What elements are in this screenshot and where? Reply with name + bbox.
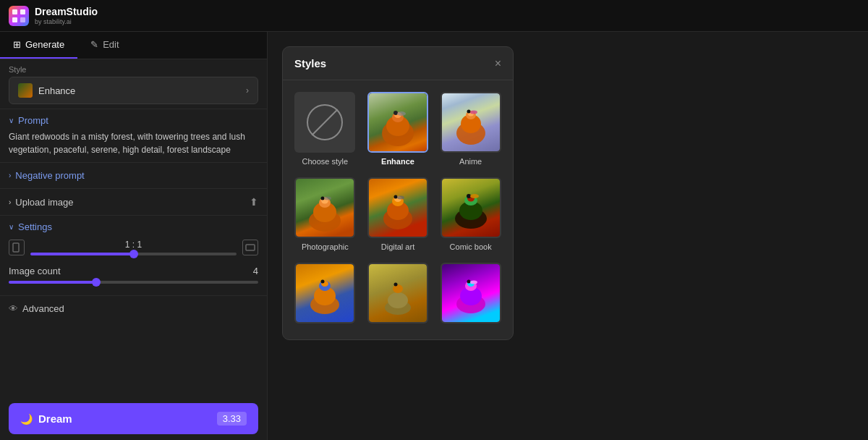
svg-point-51 <box>393 284 403 293</box>
edit-icon: ✎ <box>90 39 98 50</box>
svg-point-13 <box>397 111 406 116</box>
style-item-img-row3a <box>294 263 355 323</box>
svg-point-26 <box>321 197 325 200</box>
sidebar: ⊞ Generate ✎ Edit Style Enhance <box>0 32 268 440</box>
image-count-value: 4 <box>253 266 258 276</box>
modal-title: Styles <box>294 57 326 69</box>
tab-edit-label: Edit <box>103 39 119 50</box>
svg-point-58 <box>467 280 470 284</box>
settings-label: Settings <box>18 221 52 232</box>
style-item-img-photographic <box>294 177 355 238</box>
negative-prompt-label: Negative prompt <box>15 170 84 181</box>
generate-icon: ⊞ <box>13 39 21 50</box>
app-subtitle: by stability.ai <box>35 18 98 25</box>
logo-area: DreamStudio by stability.ai <box>9 6 98 26</box>
prompt-section: ∨ Prompt Giant redwoods in a misty fores… <box>0 109 267 162</box>
negative-prompt-row[interactable]: › Negative prompt <box>0 162 267 188</box>
eye-icon: 👁 <box>9 303 18 314</box>
style-item-label-anime: Anime <box>459 157 482 166</box>
dream-button[interactable]: 🌙 Dream 3.33 <box>9 403 258 434</box>
style-item-choose[interactable]: Choose style <box>292 89 359 169</box>
svg-point-52 <box>393 283 397 287</box>
style-item-img-row3b <box>367 263 428 323</box>
ratio-thumb <box>129 250 138 258</box>
svg-point-34 <box>397 196 404 200</box>
advanced-row[interactable]: 👁 Advanced <box>0 295 267 321</box>
style-item-row3c[interactable] <box>437 260 504 331</box>
style-item-anime[interactable]: Anime <box>437 89 504 169</box>
chevron-right-icon: › <box>246 85 249 96</box>
settings-section: ∨ Settings 1 : 1 <box>0 215 267 295</box>
image-count-header: Image count 4 <box>9 266 258 276</box>
svg-rect-0 <box>9 6 29 26</box>
right-panel: Styles × Choose style <box>268 32 868 440</box>
upload-image-label: Upload image <box>15 197 73 208</box>
logo-text: DreamStudio by stability.ai <box>35 6 98 25</box>
ratio-control: 1 : 1 <box>9 240 258 255</box>
svg-rect-2 <box>20 9 25 14</box>
style-item-img-choose <box>294 92 355 153</box>
ratio-landscape-icon <box>242 240 258 255</box>
negative-prompt-chevron-icon: › <box>9 172 11 179</box>
style-item-label-photographic: Photographic <box>302 242 349 251</box>
style-item-label-choose: Choose style <box>302 157 349 166</box>
svg-point-33 <box>393 195 397 199</box>
style-item-row3b[interactable] <box>365 260 432 331</box>
style-selector[interactable]: Enhance › <box>9 77 258 104</box>
prompt-header[interactable]: ∨ Prompt <box>9 115 258 126</box>
settings-chevron-icon: ∨ <box>9 223 14 231</box>
style-item-img-row3c <box>441 263 501 323</box>
app-name: DreamStudio <box>35 6 98 18</box>
style-item-img-comic-book <box>441 177 501 238</box>
svg-point-19 <box>467 110 470 114</box>
svg-point-27 <box>324 197 331 200</box>
image-count-section: Image count 4 <box>9 266 258 284</box>
main-layout: ⊞ Generate ✎ Edit Style Enhance <box>0 32 868 440</box>
logo-icon <box>9 6 29 26</box>
prompt-text[interactable]: Giant redwoods in a misty forest, with t… <box>9 130 258 156</box>
ratio-label: 1 : 1 <box>125 240 142 250</box>
image-count-thumb <box>92 278 101 287</box>
image-count-label: Image count <box>9 266 61 276</box>
upload-image-row[interactable]: › Upload image ⬆ <box>0 188 267 215</box>
settings-header[interactable]: ∨ Settings <box>9 221 258 232</box>
style-item-digital-art[interactable]: Digital art <box>365 174 432 254</box>
advanced-label: Advanced <box>22 303 64 314</box>
ratio-portrait-icon <box>9 240 25 255</box>
image-count-slider[interactable] <box>9 281 258 284</box>
upload-icon: ⬆ <box>250 196 258 208</box>
top-bar: DreamStudio by stability.ai <box>0 0 868 32</box>
dream-label: Dream <box>38 412 72 425</box>
svg-rect-1 <box>12 9 17 14</box>
dream-icon: 🌙 <box>20 413 33 425</box>
style-item-img-digital-art <box>367 177 428 238</box>
style-item-enhance[interactable]: Enhance <box>365 89 432 169</box>
ratio-slider[interactable] <box>30 253 237 255</box>
tab-generate[interactable]: ⊞ Generate <box>0 32 77 59</box>
upload-chevron-icon: › <box>9 198 11 206</box>
svg-point-47 <box>321 280 325 284</box>
style-item-photographic[interactable]: Photographic <box>292 174 359 254</box>
tab-generate-label: Generate <box>25 39 64 50</box>
ratio-slider-wrap: 1 : 1 <box>30 240 237 255</box>
svg-rect-5 <box>13 243 19 252</box>
style-item-label-comic-book: Comic book <box>450 242 492 251</box>
style-item-label-digital-art: Digital art <box>381 242 414 251</box>
modal-header: Styles × <box>283 47 513 80</box>
svg-point-41 <box>470 194 479 198</box>
svg-point-20 <box>470 111 477 114</box>
svg-point-49 <box>388 292 408 308</box>
tab-bar: ⊞ Generate ✎ Edit <box>0 32 267 59</box>
styles-grid: Choose style <box>283 80 513 339</box>
style-name: Enhance <box>38 85 75 96</box>
style-item-row3a[interactable] <box>292 260 359 331</box>
style-thumb <box>18 83 33 98</box>
style-item-img-enhance <box>367 92 428 153</box>
sidebar-content: Style Enhance › ∨ Prompt Gian <box>0 59 267 397</box>
modal-close-button[interactable]: × <box>495 58 501 69</box>
dream-cost: 3.33 <box>217 412 247 426</box>
tab-edit[interactable]: ✎ Edit <box>77 32 132 59</box>
style-item-comic-book[interactable]: Comic book <box>437 174 504 254</box>
styles-modal: Styles × Choose style <box>282 46 514 340</box>
svg-rect-3 <box>12 17 17 22</box>
